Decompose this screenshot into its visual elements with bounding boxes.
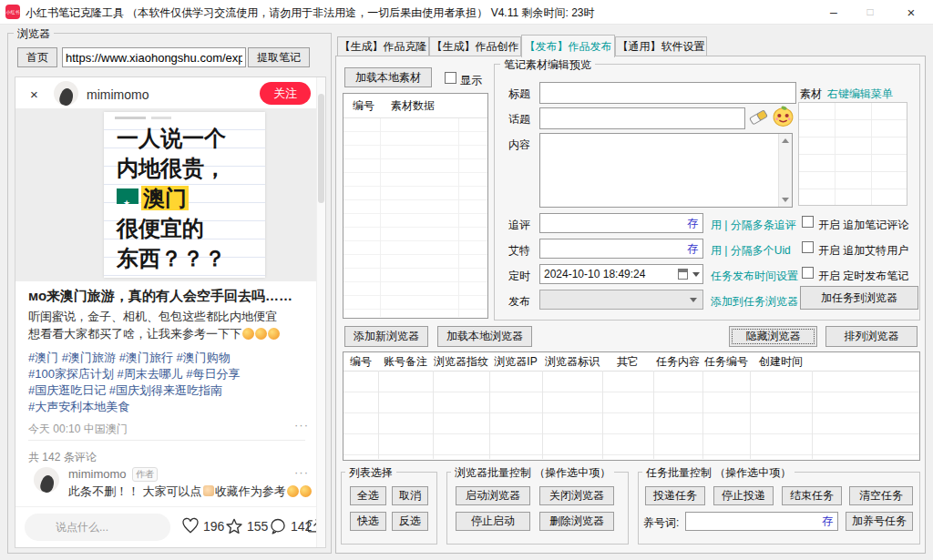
at-save-link[interactable]: 存 xyxy=(687,241,698,257)
col-other[interactable]: 其它 xyxy=(602,352,653,371)
col-task-id[interactable]: 任务编号 xyxy=(702,352,750,371)
col-id[interactable]: 编号 xyxy=(343,352,378,371)
topic-input[interactable] xyxy=(539,107,745,129)
delete-browser-button[interactable]: 删除浏览器 xyxy=(539,512,614,531)
nurture-keyword-input[interactable]: 存 xyxy=(685,512,838,531)
show-checkbox-label: 显示 xyxy=(460,73,482,88)
material-label: 素材 xyxy=(800,87,822,102)
like-button[interactable]: 196 xyxy=(181,517,224,535)
followup-checkbox[interactable] xyxy=(802,216,814,228)
comment-author[interactable]: mimimomo xyxy=(68,467,127,481)
post-close-icon[interactable]: × xyxy=(30,87,38,102)
at-checkbox[interactable] xyxy=(802,241,814,253)
calendar-dropdown-icon[interactable] xyxy=(692,272,700,277)
comment-more-icon[interactable]: ··· xyxy=(294,465,309,479)
cover-text: 一人说一个 内地很贵， ★澳门 很便宜的 东西？？？ xyxy=(117,123,226,273)
end-task-button[interactable]: 结束任务 xyxy=(782,486,842,505)
publish-select[interactable] xyxy=(539,290,703,310)
window-title: 小红书笔记克隆工具 （本软件仅供学习交流使用，请勿用于非法用途，一切后果由使用者… xyxy=(26,5,595,21)
start-browser-button[interactable]: 启动浏览器 xyxy=(456,486,530,505)
material-list[interactable]: 编号 素材数据 xyxy=(343,93,488,319)
scrollbar-thumb[interactable] xyxy=(318,94,324,203)
comment-author-badge: 作者 xyxy=(132,467,158,482)
post-tags: #澳门 #澳门旅游 #澳门旅行 #澳门购物 #100家探店计划 #周末去哪儿 #… xyxy=(28,350,241,415)
scroll-down-icon[interactable] xyxy=(782,198,789,202)
tab-create-label: 【生成】作品创作 xyxy=(432,39,519,55)
arrange-browser-button[interactable]: 排列浏览器 xyxy=(825,326,918,347)
tab-clone[interactable]: 【生成】作品克隆 xyxy=(337,36,429,56)
stop-start-button[interactable]: 停止启动 xyxy=(456,512,530,531)
scroll-up-icon[interactable] xyxy=(782,138,789,143)
home-button[interactable]: 首页 xyxy=(17,47,57,67)
macau-flag-icon: ★ xyxy=(117,188,138,204)
follow-button[interactable]: 关注 xyxy=(260,82,311,105)
webview-scrollbar[interactable] xyxy=(316,77,325,547)
followup-save-link[interactable]: 存 xyxy=(687,216,698,231)
extract-note-button[interactable]: 提取笔记 xyxy=(248,47,310,67)
post-cover-image[interactable]: 一人说一个 内地很贵， ★澳门 很便宜的 东西？？？ xyxy=(15,108,318,281)
material-list-body[interactable] xyxy=(343,118,487,318)
quick-select-button[interactable]: 快选 xyxy=(350,512,386,531)
tab-create[interactable]: 【生成】作品创作 xyxy=(429,36,521,56)
col-create-time[interactable]: 创建时间 xyxy=(750,352,812,371)
nurture-save-link[interactable]: 存 xyxy=(822,514,833,529)
col-ip[interactable]: 浏览器IP xyxy=(489,352,542,371)
content-scrollbar[interactable] xyxy=(778,134,792,207)
add-nurture-task-button[interactable]: 加养号任务 xyxy=(846,512,913,531)
tag-line-2[interactable]: #100家探店计划 #周末去哪儿 #每日分享 xyxy=(28,366,241,382)
schedule-datetime-value: 2024-10-10 18:49:24 xyxy=(544,268,645,280)
url-input[interactable] xyxy=(62,47,246,67)
deselect-button[interactable]: 取消 xyxy=(392,486,428,505)
tag-line-1[interactable]: #澳门 #澳门旅游 #澳门旅行 #澳门购物 xyxy=(28,350,241,366)
eraser-icon[interactable] xyxy=(747,106,769,127)
browser-table[interactable]: 编号 账号备注 浏览器指纹 浏览器IP 浏览器标识 其它 任务内容 任务编号 创… xyxy=(343,351,920,461)
select-all-button[interactable]: 全选 xyxy=(350,486,386,505)
load-local-browser-button[interactable]: 加载本地浏览器 xyxy=(437,326,532,347)
at-hint: 用 | 分隔多个Uid xyxy=(711,243,791,259)
clear-task-button[interactable]: 清空任务 xyxy=(849,486,913,505)
show-checkbox[interactable] xyxy=(445,72,456,84)
schedule-checkbox[interactable] xyxy=(802,267,814,279)
post-more-icon[interactable]: ··· xyxy=(294,418,309,432)
close-button[interactable]: × xyxy=(897,0,925,24)
browser-table-body[interactable] xyxy=(343,372,919,460)
author-name[interactable]: mimimomo xyxy=(87,87,149,102)
minimize-button[interactable]: – xyxy=(820,0,847,24)
publish-label: 发布 xyxy=(508,294,530,310)
emoji-picker-icon[interactable] xyxy=(772,105,795,127)
tab-publish[interactable]: 【发布】作品发布 xyxy=(521,35,615,57)
tab-settings[interactable]: 【通用】软件设置 xyxy=(615,36,707,56)
maximize-button[interactable]: □ xyxy=(856,0,884,24)
collect-button[interactable]: 155 xyxy=(225,517,268,535)
col-identifier[interactable]: 浏览器标识 xyxy=(542,352,602,371)
material-col-id: 编号 xyxy=(353,98,374,114)
tag-line-3[interactable]: #国庆逛吃日记 #国庆划得来逛吃指南 xyxy=(28,382,241,399)
close-browser-button[interactable]: 关闭浏览器 xyxy=(539,486,614,505)
col-account-note[interactable]: 账号备注 xyxy=(378,352,433,371)
add-task-to-browser-button[interactable]: 加任务到浏览器 xyxy=(800,286,918,310)
hide-browser-button[interactable]: 隐藏浏览器 xyxy=(729,326,817,347)
col-fingerprint[interactable]: 浏览器指纹 xyxy=(433,352,489,371)
comment-input[interactable]: 说点什么... xyxy=(25,514,170,541)
cover-paper: 一人说一个 内地很贵， ★澳门 很便宜的 东西？？？ xyxy=(104,112,265,278)
browser-table-header: 编号 账号备注 浏览器指纹 浏览器IP 浏览器标识 其它 任务内容 任务编号 创… xyxy=(343,352,919,372)
col-task-content[interactable]: 任务内容 xyxy=(653,352,702,371)
add-new-browser-button[interactable]: 添加新浏览器 xyxy=(344,326,428,347)
schedule-datetime-picker[interactable]: 2024-10-10 18:49:24 xyxy=(539,264,703,284)
calendar-icon[interactable] xyxy=(678,269,688,280)
deliver-task-button[interactable]: 投递任务 xyxy=(645,486,705,505)
author-avatar[interactable] xyxy=(54,81,78,106)
comment-avatar[interactable] xyxy=(34,467,59,493)
tag-line-4[interactable]: #大声安利本地美食 xyxy=(28,399,241,415)
publish-hint: 添加到任务浏览器 xyxy=(711,294,798,310)
browser-batch-legend: 浏览器批量控制 （操作选中项） xyxy=(451,465,614,481)
title-input[interactable] xyxy=(539,82,796,104)
load-local-material-button[interactable]: 加载本地素材 xyxy=(344,67,432,87)
material-list-header: 编号 素材数据 xyxy=(343,94,487,118)
material-preview-grid[interactable] xyxy=(798,102,907,206)
stop-deliver-button[interactable]: 停止投递 xyxy=(713,486,774,505)
at-input[interactable]: 存 xyxy=(539,239,703,259)
invert-select-button[interactable]: 反选 xyxy=(392,512,428,531)
followup-input[interactable]: 存 xyxy=(539,213,703,233)
content-textarea[interactable] xyxy=(539,133,793,208)
